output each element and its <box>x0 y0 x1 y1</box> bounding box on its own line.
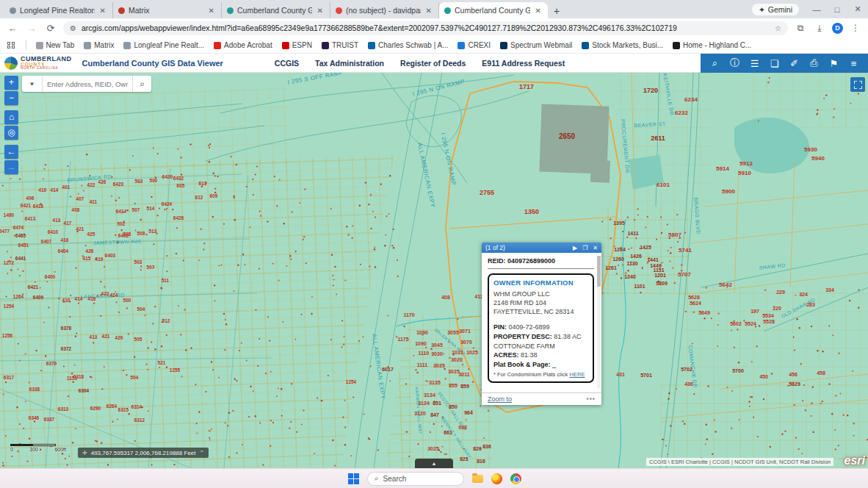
popup-more-icon[interactable]: ••• <box>587 395 596 403</box>
zoom-to-link[interactable]: Zoom to <box>488 395 512 403</box>
gis-nav-link[interactable]: Tax Administration <box>315 59 384 68</box>
tab-search-icon[interactable]: ⧉ <box>794 23 807 33</box>
coordinate-text: 493,767.595317 2,006,768.219888 Feet <box>91 450 196 456</box>
close-button[interactable]: ✕ <box>847 4 868 14</box>
home-button[interactable]: ⌂ <box>4 110 18 124</box>
chrome-icon[interactable] <box>510 473 521 484</box>
popup-scrollbar[interactable] <box>597 256 601 388</box>
condo-plats-link[interactable]: HERE <box>569 371 585 378</box>
taskbar-search[interactable]: ⌕ Search <box>367 472 464 486</box>
select-icon[interactable]: ⚑ <box>824 58 844 69</box>
profile-avatar[interactable]: D <box>832 23 843 34</box>
search-by-icon[interactable]: ⌕ <box>705 57 725 69</box>
gis-nav-link[interactable]: E911 Address Request <box>482 59 565 68</box>
popup-title-bar[interactable]: (1 of 2) ▶ ❐ ✕ <box>482 243 601 253</box>
info-icon[interactable]: ⓘ <box>725 57 745 70</box>
bookmark-item[interactable]: Charles Schwab | A... <box>368 41 448 49</box>
reload-icon[interactable]: ⟳ <box>44 23 57 34</box>
bookmark-item[interactable]: Stock Markets, Busi... <box>582 41 663 49</box>
next-feature-icon[interactable]: ▶ <box>573 245 577 251</box>
browser-tab[interactable]: (no subject) - davidparkshelms✕ <box>330 2 439 18</box>
parcel-number-label: 220 <box>773 306 781 311</box>
parcel-point <box>126 374 127 376</box>
draw-icon[interactable]: ✐ <box>784 58 804 69</box>
tab-close-icon[interactable]: ✕ <box>316 7 325 15</box>
locate-button[interactable]: ◎ <box>4 126 18 140</box>
zoom-in-button[interactable]: + <box>4 76 18 90</box>
parcel-point <box>213 173 214 174</box>
parcel-point <box>29 382 30 384</box>
forward-extent-button[interactable]: → <box>4 160 18 174</box>
bookmark-item[interactable]: Home - Highland C... <box>673 41 751 49</box>
gis-nav-link[interactable]: Register of Deeds <box>400 59 466 68</box>
bookmark-item[interactable]: Spectrum Webmail <box>500 41 572 49</box>
bookmark-label: Adobe Acrobat <box>224 41 272 49</box>
county-logo[interactable]: CUMBERLAND COUNTY NORTH CAROLINA <box>0 56 72 71</box>
site-settings-icon[interactable]: ⚙ <box>70 24 76 32</box>
parcel-number-label: 5707 <box>678 271 691 278</box>
browser-tab[interactable]: Matrix✕ <box>113 2 222 18</box>
tab-close-icon[interactable]: ✕ <box>98 7 107 15</box>
zoom-out-button[interactable]: − <box>4 91 18 105</box>
owner-line: WHM GROUP LLC <box>493 290 588 298</box>
bookmark-item[interactable]: New Tab <box>36 41 75 49</box>
back-extent-button[interactable]: ← <box>4 145 18 159</box>
layers-icon[interactable]: ❏ <box>764 58 784 69</box>
gemini-button[interactable]: ✦Gemini <box>752 4 799 15</box>
downloads-icon[interactable]: ⤓ <box>813 23 826 33</box>
browser-tab[interactable]: Cumberland County GIS Data V✕ <box>222 2 330 18</box>
owner-info-box: OWNER INFORMATION WHM GROUP LLC2148 RIM … <box>488 273 594 383</box>
parcel-point <box>341 320 343 322</box>
tab-close-icon[interactable]: ✕ <box>534 7 543 15</box>
maximize-popup-icon[interactable]: ❐ <box>582 245 587 251</box>
search-source-dropdown[interactable]: ▼ <box>22 76 43 92</box>
parcel-point <box>389 175 391 176</box>
fullscreen-button[interactable] <box>850 77 865 92</box>
bookmark-item[interactable]: CREXI <box>457 41 491 49</box>
tab-close-icon[interactable]: ✕ <box>424 7 433 15</box>
browser-tab[interactable]: Cumberland County GIS Data✕ <box>439 2 548 18</box>
tab-close-icon[interactable]: ✕ <box>207 7 216 15</box>
parcel-number-label: 504 <box>137 306 145 312</box>
bookmark-star-icon[interactable]: ☆ <box>775 24 781 32</box>
bookmark-item[interactable]: TRUIST <box>322 41 358 49</box>
map-nav-buttons: +−⌂◎←→ <box>4 76 18 174</box>
coordinate-readout[interactable]: ✛ 493,767.595317 2,006,768.219888 Feet ⌃ <box>78 448 209 458</box>
file-explorer-icon[interactable] <box>472 475 483 483</box>
bookmark-favicon-icon <box>673 42 680 49</box>
parcel-point <box>236 380 237 381</box>
gis-nav-link[interactable]: CCGIS <box>275 59 299 68</box>
plat-book-link[interactable]: _ <box>552 361 556 368</box>
parcel-number-label: 418 <box>88 296 96 301</box>
bookmark-item[interactable]: Matrix <box>84 41 114 49</box>
more-tools-icon[interactable]: ≡ <box>844 58 864 69</box>
minimize-button[interactable]: — <box>806 5 827 14</box>
bookmark-item[interactable]: Adobe Acrobat <box>214 41 272 49</box>
parcel-number-label: 847 <box>430 412 439 417</box>
close-popup-icon[interactable]: ✕ <box>593 245 598 251</box>
new-tab-button[interactable]: + <box>548 5 567 18</box>
parcel-point <box>380 183 382 184</box>
attribute-table-toggle[interactable]: ▲ <box>415 459 453 468</box>
map-canvas[interactable]: I 295 S OFF RAMPI 295 N ON RAMPI 295 N O… <box>0 73 868 468</box>
maximize-button[interactable]: □ <box>827 5 847 14</box>
firefox-icon[interactable] <box>491 473 502 484</box>
back-icon[interactable]: ← <box>6 23 19 34</box>
apps-grid-icon[interactable] <box>7 42 15 49</box>
menu-kebab-icon[interactable]: ⋮ <box>849 23 862 33</box>
address-bar[interactable]: ⚙ arcgis.com/apps/webappviewer/index.htm… <box>63 21 788 35</box>
parcel-point <box>820 403 822 404</box>
print-icon[interactable]: ⎙ <box>804 57 824 69</box>
bookmark-item[interactable]: ESPN <box>282 41 312 49</box>
search-icon[interactable]: ⌕ <box>132 76 151 92</box>
legend-icon[interactable]: ☰ <box>745 58 764 69</box>
parcel-point <box>685 311 687 312</box>
search-input[interactable] <box>43 76 132 92</box>
parcel-point <box>214 300 216 301</box>
start-button[interactable] <box>348 473 359 484</box>
parcel-point <box>115 234 116 236</box>
forward-icon[interactable]: → <box>25 23 38 34</box>
parcel-number-label: 6474 <box>13 225 24 230</box>
bookmark-item[interactable]: Longleaf Pine Realt... <box>123 41 204 49</box>
browser-tab[interactable]: Longleaf Pine Realtors✕ <box>4 2 113 18</box>
